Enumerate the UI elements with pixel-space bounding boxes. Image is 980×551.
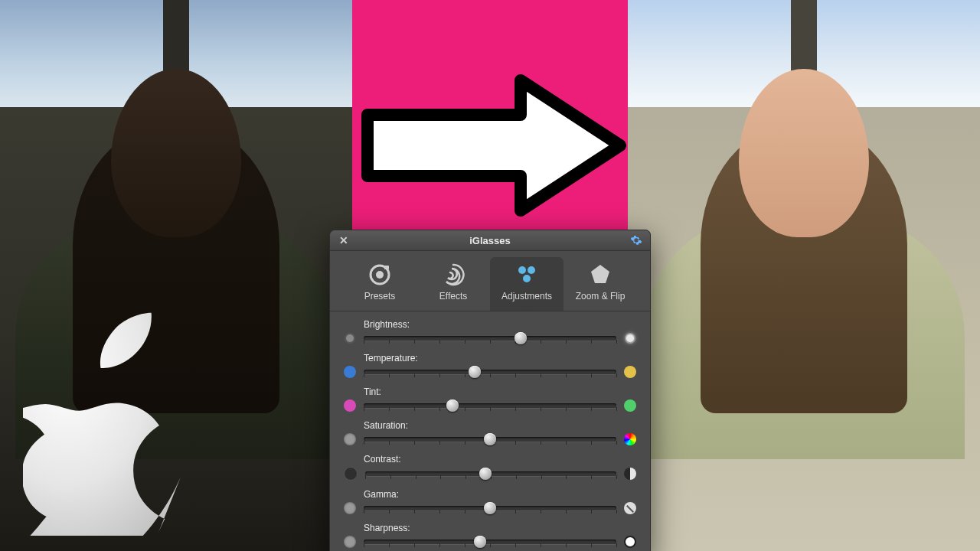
iglasses-panel: ✕ iGlasses PresetsEffectsAdjustmentsZoom… <box>329 230 651 551</box>
gray-icon <box>344 502 356 514</box>
saturation-slider[interactable] <box>364 437 616 442</box>
ring-icon <box>624 536 636 548</box>
tab-label: Presets <box>343 291 416 302</box>
sun-bright-icon <box>624 332 636 344</box>
tab-bar: PresetsEffectsAdjustmentsZoom & Flip <box>330 251 650 311</box>
slider-row-gamma: Gamma: <box>344 489 636 514</box>
temperature-slider[interactable] <box>364 370 616 374</box>
halfmoon-icon <box>624 468 636 480</box>
close-button[interactable]: ✕ <box>336 233 351 248</box>
tab-adjustments[interactable]: Adjustments <box>490 257 564 311</box>
tab-zoomflip[interactable]: Zoom & Flip <box>564 257 637 311</box>
svg-point-4 <box>528 266 535 274</box>
svg-rect-2 <box>384 266 389 269</box>
slider-knob[interactable] <box>469 366 481 378</box>
slider-knob[interactable] <box>479 468 492 480</box>
blue-icon <box>344 366 356 378</box>
gear-icon <box>630 234 642 246</box>
slider-knob[interactable] <box>484 433 496 445</box>
slider-knob[interactable] <box>484 502 496 514</box>
slider-label: Sharpness: <box>364 523 636 533</box>
slider-row-brightness: Brightness: <box>344 319 636 344</box>
adjustment-sliders: Brightness:Temperature:Tint:Saturation:C… <box>330 311 650 551</box>
camera-icon <box>367 262 393 288</box>
pentagon-icon <box>587 262 613 288</box>
tab-label: Effects <box>416 291 490 302</box>
slider-label: Temperature: <box>364 353 636 364</box>
spiral-icon <box>440 262 466 288</box>
sliders-icon <box>514 262 540 288</box>
tab-effects[interactable]: Effects <box>416 257 490 311</box>
tab-label: Adjustments <box>490 291 564 302</box>
tab-presets[interactable]: Presets <box>343 257 416 311</box>
gray-icon <box>344 536 356 548</box>
apple-logo-icon <box>23 306 214 536</box>
panel-title: iGlasses <box>351 235 629 246</box>
magenta-icon <box>344 399 356 412</box>
slider-label: Gamma: <box>364 489 636 500</box>
rainbow-icon <box>624 433 636 445</box>
tint-slider[interactable] <box>364 403 616 408</box>
slider-label: Brightness: <box>364 319 636 330</box>
sharpness-slider[interactable] <box>364 540 616 544</box>
slider-label: Contrast: <box>364 454 636 465</box>
after-image <box>628 0 980 551</box>
slider-row-contrast: Contrast: <box>344 454 636 481</box>
settings-button[interactable] <box>629 233 644 248</box>
arrow-icon <box>352 69 635 222</box>
gamma-slider[interactable] <box>364 506 616 510</box>
dark-icon <box>344 467 358 481</box>
slider-row-saturation: Saturation: <box>344 420 636 445</box>
green-icon <box>624 399 636 412</box>
slider-knob[interactable] <box>446 399 459 412</box>
slider-knob[interactable] <box>474 536 486 548</box>
contrast-slider[interactable] <box>365 471 616 476</box>
slider-label: Tint: <box>364 386 636 397</box>
sun-dim-icon <box>344 332 356 344</box>
slider-row-tint: Tint: <box>344 386 636 412</box>
slider-knob[interactable] <box>514 332 527 344</box>
slider-row-sharpness: Sharpness: <box>344 523 636 548</box>
yellow-icon <box>624 366 636 378</box>
slider-label: Saturation: <box>364 420 636 431</box>
svg-point-3 <box>518 266 526 274</box>
panel-header[interactable]: ✕ iGlasses <box>330 230 650 251</box>
slider-row-temperature: Temperature: <box>344 353 636 378</box>
brightness-slider[interactable] <box>364 336 616 341</box>
gray-icon <box>344 433 356 445</box>
svg-point-5 <box>523 275 531 282</box>
comparison-stage: ✕ iGlasses PresetsEffectsAdjustmentsZoom… <box>0 0 980 551</box>
tab-label: Zoom & Flip <box>564 291 637 302</box>
slash-icon <box>624 502 636 514</box>
svg-point-1 <box>376 271 384 279</box>
